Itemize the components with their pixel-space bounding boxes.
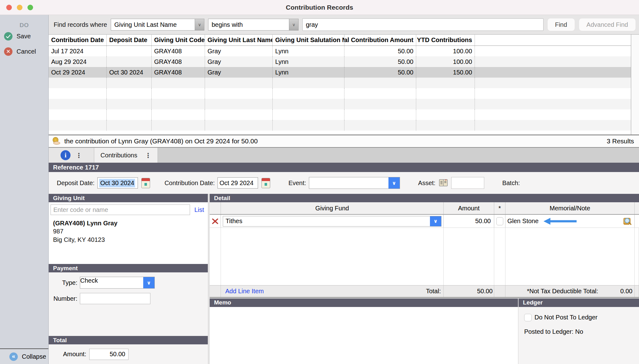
column-header-giving-unit-last-name[interactable]: Giving Unit Last Name xyxy=(205,35,273,46)
cell-ytd: 100.00 xyxy=(416,56,475,67)
memorial-note-column-header: Memorial/Note xyxy=(505,202,635,214)
memo-input[interactable] xyxy=(210,307,518,364)
collapse-button[interactable]: « Collapse xyxy=(0,348,48,364)
asset-ledger-icon[interactable] xyxy=(438,179,448,187)
find-query-input[interactable] xyxy=(302,18,543,31)
memorial-lookup-icon[interactable] xyxy=(622,217,632,226)
collapse-chevrons-icon: « xyxy=(9,352,18,361)
find-operator-select[interactable]: begins with ∨ xyxy=(208,19,299,31)
deposit-date-label: Deposit Date: xyxy=(57,180,95,187)
column-header-salutation-name[interactable]: Giving Unit Salutation Name xyxy=(273,35,344,46)
column-header-giving-unit-code[interactable]: Giving Unit Code xyxy=(152,35,205,46)
cell-last-name: Gray xyxy=(205,56,273,67)
find-field-select[interactable]: Giving Unit Last Name ∨ xyxy=(111,19,204,31)
table-row-selected[interactable]: Oct 29 2024 Oct 30 2024 GRAY408 Gray Lyn… xyxy=(49,67,639,78)
list-link[interactable]: List xyxy=(194,206,204,213)
contribution-icon xyxy=(52,137,61,146)
column-header-contribution-date[interactable]: Contribution Date^ xyxy=(49,35,107,46)
calendar-icon[interactable] xyxy=(141,178,150,188)
contribution-date-label: Contribution Date: xyxy=(164,180,215,187)
cancel-button[interactable]: ✕ Cancel xyxy=(0,44,48,59)
detail-header: Detail xyxy=(210,194,639,202)
chevron-down-icon: ∨ xyxy=(430,216,441,226)
column-header-total-contribution-amount[interactable]: Total Contribution Amount xyxy=(344,35,416,46)
memorial-note-value: Glen Stone xyxy=(507,218,539,225)
empty-row xyxy=(49,78,639,88)
cell-deposit-date: Oct 30 2024 xyxy=(107,67,152,78)
results-table-header: Contribution Date^ Deposit Date Giving U… xyxy=(49,35,639,46)
cell-ytd: 100.00 xyxy=(416,46,475,56)
titlebar: Contribution Records xyxy=(0,0,639,15)
drag-handle-icon: ⋮ xyxy=(145,152,151,159)
info-icon[interactable]: i xyxy=(61,150,71,160)
empty-row xyxy=(49,109,639,120)
giving-unit-address-line1: 987 xyxy=(53,227,203,235)
cell-amount: 50.00 xyxy=(344,67,416,78)
contribution-date-value: Oct 29 2024 xyxy=(219,180,253,187)
find-button[interactable]: Find xyxy=(547,18,575,31)
payment-number-label: Number: xyxy=(49,295,77,302)
giving-unit-code-input[interactable] xyxy=(51,204,190,215)
find-field-value: Giving Unit Last Name xyxy=(111,19,195,30)
tab-contributions[interactable]: Contributions ⋮ xyxy=(94,148,158,163)
do-not-post-checkbox[interactable] xyxy=(524,314,532,321)
table-row[interactable]: Aug 29 2024 GRAY408 Gray Lynn 50.00 100.… xyxy=(49,56,639,67)
close-window-button[interactable] xyxy=(6,5,12,10)
chevron-down-icon: ∨ xyxy=(289,19,298,30)
results-table-scrollbar[interactable] xyxy=(631,35,639,135)
advanced-find-button[interactable]: Advanced Find xyxy=(579,18,636,31)
cancel-label: Cancel xyxy=(17,48,36,55)
total-amount-input[interactable] xyxy=(89,349,129,360)
payment-type-select[interactable]: Check ∨ xyxy=(80,277,155,289)
asset-input[interactable] xyxy=(451,177,484,189)
do-heading: DO xyxy=(0,15,48,29)
cell-contribution-date: Oct 29 2024 xyxy=(49,67,107,78)
detail-totals-row: Add Line Item Total: 50.00 *Not Tax Dedu… xyxy=(210,285,639,298)
line-amount-value: 50.00 xyxy=(446,218,492,225)
tab-contributions-label: Contributions xyxy=(100,152,137,159)
column-header-ytd-contributions[interactable]: YTD Contributions xyxy=(416,35,475,46)
record-form-row: Deposit Date: Oct 30 2024 Contribution D… xyxy=(49,172,639,194)
cell-code: GRAY408 xyxy=(152,46,205,56)
cell-deposit-date xyxy=(107,46,152,56)
cell-contribution-date: Aug 29 2024 xyxy=(49,56,107,67)
cell-deposit-date xyxy=(107,56,152,67)
status-bar: the contribution of Lynn Gray (GRAY408) … xyxy=(49,135,639,148)
giving-fund-select[interactable]: Tithes ∨ xyxy=(223,216,441,227)
minimize-window-button[interactable] xyxy=(17,5,22,10)
event-select[interactable]: ∨ xyxy=(309,177,400,189)
star-column-header: * xyxy=(494,202,505,214)
drag-handle-icon[interactable]: ⋮ xyxy=(76,152,82,159)
payment-number-input[interactable] xyxy=(80,293,150,304)
event-label: Event: xyxy=(288,180,306,187)
empty-row xyxy=(49,88,639,99)
contribution-date-field[interactable]: Oct 29 2024 xyxy=(217,177,258,189)
not-tax-deductible-total-label: *Not Tax Deductible Total: xyxy=(527,288,598,295)
add-line-item-link[interactable]: Add Line Item xyxy=(225,288,264,295)
cell-contribution-date: Jul 17 2024 xyxy=(49,46,107,56)
zoom-window-button[interactable] xyxy=(27,5,33,10)
cursor-arrow-icon xyxy=(543,218,578,225)
giving-unit-name: (GRAY408) Lynn Gray xyxy=(53,219,203,227)
status-text: the contribution of Lynn Gray (GRAY408) … xyxy=(64,137,258,145)
table-row[interactable]: Jul 17 2024 GRAY408 Gray Lynn 50.00 100.… xyxy=(49,46,639,56)
find-bar: Find records where Giving Unit Last Name… xyxy=(49,15,639,34)
column-header-deposit-date[interactable]: Deposit Date xyxy=(107,35,152,46)
save-button[interactable]: Save xyxy=(0,29,48,44)
delete-line-icon[interactable] xyxy=(212,217,219,225)
cell-last-name: Gray xyxy=(205,46,273,56)
total-amount-label: Amount: xyxy=(63,351,86,358)
delete-column-header xyxy=(210,202,221,214)
calendar-icon[interactable] xyxy=(261,178,270,188)
deposit-date-field[interactable]: Oct 30 2024 xyxy=(97,177,138,189)
not-tax-deductible-checkbox[interactable] xyxy=(496,217,503,225)
chevron-down-icon: ∨ xyxy=(143,277,154,288)
chevron-down-icon: ∨ xyxy=(388,177,400,189)
lower-area: Giving Unit List (GRAY408) Lynn Gray 987… xyxy=(49,194,639,364)
window-title: Contribution Records xyxy=(0,4,639,11)
amount-column-header: Amount xyxy=(444,202,494,214)
save-label: Save xyxy=(17,33,31,40)
ledger-panel: Do Not Post To Ledger Posted to Ledger: … xyxy=(519,307,639,364)
chevron-down-icon: ∨ xyxy=(195,19,204,30)
cell-code: GRAY408 xyxy=(152,56,205,67)
